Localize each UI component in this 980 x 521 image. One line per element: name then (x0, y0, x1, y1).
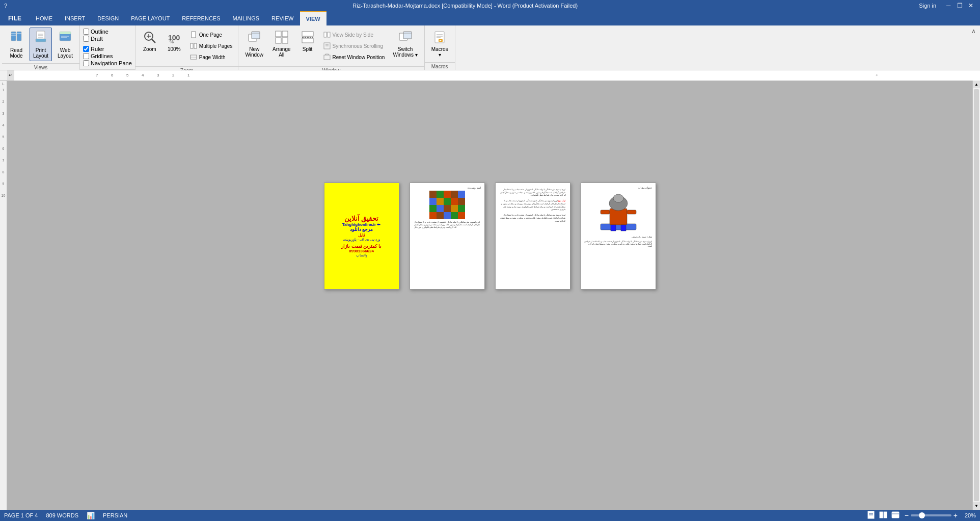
ruler-checkbox[interactable]: Ruler (83, 46, 132, 52)
svg-rect-40 (324, 55, 330, 60)
svg-rect-20 (192, 32, 196, 38)
outline-checkbox[interactable]: Outline (83, 29, 132, 35)
arrange-all-label: ArrangeAll (273, 46, 291, 58)
zoom-out-button[interactable]: − (905, 511, 909, 519)
svg-rect-21 (190, 43, 193, 48)
svg-rect-42 (403, 32, 412, 39)
page2-text: لورم ایپسوم متن ساختگی با تولید سادگی نا… (413, 221, 481, 229)
left-ruler-8: 8 (3, 170, 5, 174)
svg-rect-55 (627, 210, 636, 214)
svg-rect-62 (884, 512, 887, 518)
print-layout-icon (34, 30, 48, 46)
close-button[interactable]: ✕ (966, 2, 976, 10)
tab-review[interactable]: REVIEW (265, 11, 300, 25)
zoom-in-button[interactable]: + (954, 511, 958, 519)
svg-line-15 (152, 39, 155, 43)
print-layout-status-button[interactable] (866, 510, 876, 522)
svg-rect-51 (610, 209, 627, 225)
zoom-icon (143, 30, 157, 45)
zoom-level[interactable]: 20% (960, 512, 976, 518)
page1-contact: واتساپ (356, 253, 367, 257)
scroll-down-button[interactable]: ▼ (973, 502, 980, 510)
tab-file[interactable]: FILE (0, 11, 30, 25)
print-layout-label: PrintLayout (33, 47, 48, 59)
zoom-100-button[interactable]: 100% 100% (163, 28, 185, 55)
web-view-status-button[interactable] (890, 510, 901, 522)
arrange-all-icon (275, 30, 289, 45)
read-mode-status-button[interactable] (878, 510, 888, 522)
tab-insert[interactable]: INSERT (59, 11, 91, 25)
page1-title: تحقیق آنلاین (344, 215, 379, 222)
document-area[interactable]: تحقیق آنلاین Tahghighonline.ir ⬅ مرجع دا… (7, 81, 972, 510)
svg-text:%: % (170, 39, 174, 44)
zoom-thumb[interactable] (919, 512, 925, 518)
left-ruler: L 1 2 3 4 5 6 7 8 9 10 (0, 81, 7, 510)
zoom-button[interactable]: Zoom (139, 28, 161, 55)
page2-header: اسم نویسنده (413, 186, 481, 189)
switch-windows-icon (398, 30, 413, 45)
page-width-button[interactable]: Page Width (187, 52, 235, 62)
nav-pane-checkbox[interactable]: Navigation Pane (83, 60, 132, 66)
macros-icon: ▶ (432, 30, 447, 45)
tab-page-layout[interactable]: PAGE LAYOUT (125, 11, 176, 25)
svg-rect-0 (11, 32, 16, 41)
svg-rect-36 (328, 32, 330, 37)
ruler-bar: 7 6 5 4 3 2 1 ⌖ (14, 70, 980, 81)
zoom-track[interactable] (911, 514, 951, 516)
page-3: لورم ایپسوم متن ساختگی با تولید سادگی نا… (495, 183, 570, 290)
tab-view[interactable]: VIEW (300, 11, 326, 25)
left-ruler-10: 10 (2, 194, 6, 197)
switch-windows-button[interactable]: SwitchWindows ▾ (389, 28, 421, 60)
signin-label[interactable]: Sign in (919, 3, 936, 9)
tab-references[interactable]: REFERENCES (176, 11, 226, 25)
read-mode-icon (9, 30, 23, 46)
view-side-by-side-button[interactable]: View Side by Side (321, 30, 388, 40)
page1-file: فایل (358, 233, 365, 238)
ruler-corner[interactable]: ↵ (7, 70, 14, 81)
arrange-all-button[interactable]: ArrangeAll (269, 28, 294, 60)
split-button[interactable]: Split (296, 28, 319, 55)
left-ruler-mark: L (2, 82, 4, 86)
print-layout-button[interactable]: PrintLayout (30, 28, 52, 61)
tab-mailings[interactable]: MAILINGS (227, 11, 266, 25)
new-window-label: NewWindow (245, 46, 263, 58)
group-zoom: Zoom 100% 100% One Page Multiple Pages (135, 25, 239, 70)
robot-illustration (595, 191, 641, 234)
gridlines-checkbox[interactable]: Gridlines (83, 53, 132, 59)
sync-scrolling-button[interactable]: Synchronous Scrolling (321, 41, 388, 51)
track-changes-icon[interactable]: 📊 (87, 512, 95, 519)
zoom-100-label: 100% (168, 46, 181, 52)
ruler-end-marker: ⌖ (876, 73, 878, 78)
draft-checkbox[interactable]: Draft (83, 36, 132, 42)
macros-button[interactable]: ▶ Macros▾ (428, 28, 452, 60)
web-layout-button[interactable]: WebLayout (54, 28, 76, 61)
scroll-up-button[interactable]: ▲ (973, 81, 980, 88)
new-window-button[interactable]: NewWindow (241, 28, 267, 60)
read-mode-button[interactable]: ReadMode (5, 28, 28, 61)
svg-rect-22 (194, 43, 197, 48)
svg-rect-63 (892, 512, 899, 518)
tab-home[interactable]: HOME (30, 11, 59, 25)
split-label: Split (303, 46, 312, 52)
zoom-controls: − + 20% (905, 511, 976, 519)
scroll-thumb[interactable] (974, 89, 979, 501)
collapse-ribbon-button[interactable]: ∧ (971, 28, 976, 35)
restore-button[interactable]: ❐ (955, 2, 965, 10)
language: PERSIAN (103, 512, 127, 518)
svg-rect-9 (36, 39, 46, 42)
view-icons (866, 510, 901, 522)
macros-group-label: Macros (425, 62, 455, 70)
one-page-button[interactable]: One Page (187, 30, 235, 40)
reset-window-button[interactable]: Reset Window Position (321, 52, 388, 62)
page-4: عنوان مقاله (581, 183, 656, 290)
multiple-pages-button[interactable]: Multiple Pages (187, 41, 235, 51)
vertical-scrollbar[interactable]: ▲ ▼ (972, 81, 980, 510)
page3-text: لورم ایپسوم متن ساختگی با تولید سادگی نا… (499, 187, 567, 223)
minimize-button[interactable]: ─ (943, 2, 954, 10)
window-title: Riz-Tarasheh-Madar-Mojtama.docx [Compati… (11, 3, 919, 9)
page1-phone: 09981366624 (349, 249, 374, 253)
left-ruler-3: 3 (3, 112, 5, 115)
help-button[interactable]: ? (4, 3, 7, 9)
split-icon (301, 30, 315, 45)
tab-design[interactable]: DESIGN (91, 11, 125, 25)
